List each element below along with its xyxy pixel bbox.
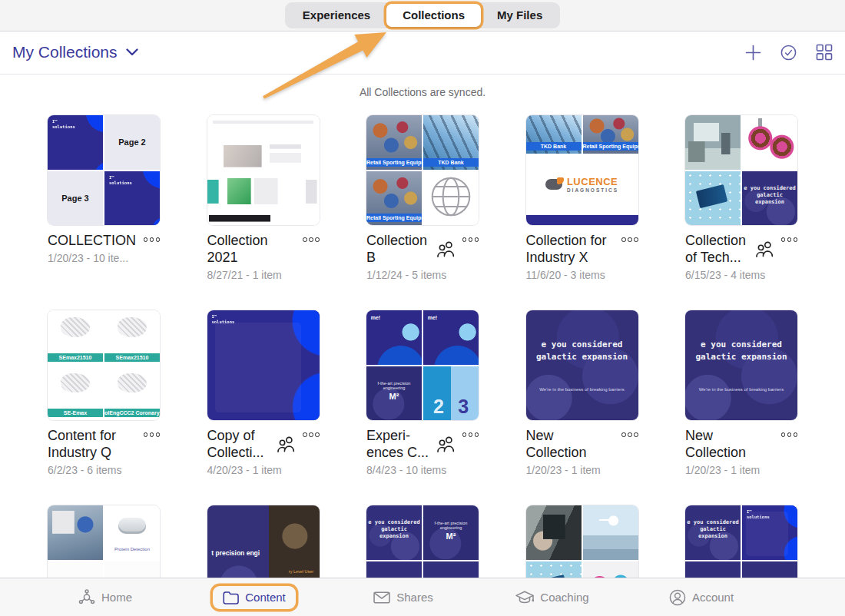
collection-card[interactable]: I™ solutionsCopy of Collecti...4/20/23 -…	[207, 310, 320, 476]
tile-label: TKD Bank	[423, 158, 479, 167]
bank-thumbnail-tile: TKD Bank	[423, 115, 479, 170]
more-options-button[interactable]	[303, 237, 320, 242]
more-options-button[interactable]	[781, 237, 798, 242]
collection-card[interactable]: I™ solutionsPage 2Page 3I™ solutionsCOLL…	[48, 115, 160, 281]
collection-card[interactable]: e you considered galactic expansionI™ so…	[685, 505, 797, 578]
collection-card[interactable]: me!me!f-the-art precision engineeringM²2…	[366, 310, 479, 476]
precision-thumbnail-tile: f-the-art precision engineeringM²	[423, 505, 479, 560]
collection-thumbnail[interactable]: I™ solutionsPage 2Page 3I™ solutions	[48, 115, 160, 225]
check-circle-icon[interactable]	[780, 44, 797, 61]
webpage-thumbnail-tile	[207, 115, 320, 225]
tile-label: me!	[428, 315, 437, 320]
collection-thumbnail[interactable]	[526, 505, 638, 578]
more-options-button[interactable]	[462, 237, 479, 242]
collection-meta: 1/12/24 - 5 items	[366, 269, 436, 281]
add-icon[interactable]	[745, 45, 761, 61]
more-options-button[interactable]	[462, 432, 479, 437]
more-options-dot	[156, 237, 161, 242]
more-options-button[interactable]	[303, 432, 320, 437]
lucence-logo-text: LUCENCE	[567, 177, 618, 187]
collection-meta: 1/20/23 - 1 item	[526, 464, 622, 476]
slide-logo-text: I™ solutions	[747, 509, 770, 520]
tile-sublabel: 3	[458, 396, 469, 418]
collection-thumbnail[interactable]: e you considered galactic expansionWe're…	[526, 310, 638, 420]
tab-my-files[interactable]: My Files	[481, 4, 558, 27]
collection-meta: 1/20/23 - 10 ite...	[48, 252, 144, 264]
more-options-button[interactable]	[144, 237, 161, 242]
lucence-logo-mark	[545, 179, 562, 190]
tab-shares[interactable]: Shares	[329, 586, 478, 608]
collection-card[interactable]: SEmax21510SEmax21510SE-EmaxolEngCCC2 Cor…	[48, 310, 160, 476]
collection-thumbnail[interactable]: SEmax21510SEmax21510SE-EmaxolEngCCC2 Cor…	[48, 310, 160, 420]
shared-people-icon	[436, 240, 456, 258]
medical-thumbnail-tile: SE-Emax	[48, 366, 103, 421]
person-circle-icon	[669, 589, 686, 606]
indigo-thumbnail-tile: I™ solutions	[104, 171, 160, 226]
collection-thumbnail[interactable]: Protein Detection	[48, 505, 160, 578]
collection-thumbnail[interactable]: TKD BankRetail Sporting EquipmentLUCENCE…	[526, 115, 638, 225]
collection-title: Experi- ences C...	[366, 427, 436, 461]
indigohero-thumbnail-tile: I™ solutions	[742, 505, 797, 560]
collection-thumbnail[interactable]	[207, 115, 320, 225]
collection-thumbnail[interactable]: me!me!f-the-art precision engineeringM²2…	[366, 310, 479, 420]
tile-label: e you considered galactic expansion	[742, 185, 797, 206]
collection-card[interactable]: Protein Detection	[48, 505, 160, 578]
collection-thumbnail[interactable]: e you considered galactic expansionWe're…	[685, 310, 797, 420]
more-options-dot	[621, 237, 626, 242]
collection-card[interactable]: Retail Sporting EquipmentTKD BankRetail …	[366, 115, 479, 281]
more-options-dot	[315, 237, 320, 242]
tile-label: Protein Detection	[104, 547, 160, 551]
collection-thumbnail[interactable]: e you considered galactic expansionI™ so…	[685, 505, 797, 578]
tile-sublabel: We're in the business of breaking barrie…	[526, 387, 638, 392]
more-options-button[interactable]	[621, 237, 638, 242]
tile-label: SEmax21510	[104, 353, 160, 362]
dualmoon-thumbnail-tile: t precision engiry Level User	[207, 505, 320, 578]
collection-card[interactable]: TKD BankRetail Sporting EquipmentLUCENCE…	[526, 115, 638, 281]
collection-thumbnail[interactable]: e you considered galactic expansionf-the…	[366, 505, 479, 578]
collection-card[interactable]: Collection 20218/27/21 - 1 item	[207, 115, 320, 281]
collection-thumbnail[interactable]: t precision engiry Level User	[207, 505, 320, 578]
collection-card[interactable]: e you considered galactic expansionWe're…	[685, 310, 797, 476]
more-options-dot	[309, 237, 313, 242]
tab-collections[interactable]: Collections	[386, 4, 481, 27]
tab-account[interactable]: Account	[627, 585, 776, 611]
more-options-button[interactable]	[144, 432, 161, 437]
collection-card[interactable]: e you considered galactic expansionf-the…	[366, 505, 479, 578]
slide-logo-text: I™ solutions	[52, 119, 75, 130]
globe-thumbnail-tile	[423, 171, 479, 226]
sync-status-text: All Collections are synced.	[0, 86, 845, 98]
tab-coaching[interactable]: Coaching	[478, 586, 627, 609]
more-options-dot	[781, 432, 786, 437]
collection-card[interactable]: e you considered galactic expansionColle…	[685, 115, 797, 281]
more-options-dot	[781, 237, 786, 242]
collection-title: Copy of Collecti...	[207, 427, 277, 461]
more-options-dot	[475, 432, 479, 437]
grid-view-icon[interactable]	[816, 44, 833, 61]
collection-title: COLLECTION	[48, 232, 144, 249]
tile-sublabel: M²	[366, 392, 422, 401]
white-thumbnail-tile	[104, 561, 160, 578]
galactic-thumbnail-tile	[685, 561, 741, 578]
tab-experiences[interactable]: Experiences	[287, 4, 386, 27]
tile-label: Page 3	[61, 194, 88, 203]
collection-thumbnail[interactable]: e you considered galactic expansion	[685, 115, 797, 225]
more-options-dot	[150, 432, 154, 437]
galactic-thumbnail-tile	[423, 561, 479, 578]
collection-card[interactable]: t precision engiry Level User	[207, 505, 320, 578]
more-options-dot	[634, 432, 638, 437]
white-thumbnail-tile	[48, 561, 103, 578]
collection-thumbnail[interactable]: Retail Sporting EquipmentTKD BankRetail …	[366, 115, 479, 225]
more-options-dot	[144, 237, 148, 242]
collection-thumbnail[interactable]: I™ solutions	[207, 310, 320, 420]
slide-logo-text: I™ solutions	[212, 314, 235, 325]
moon-thumbnail-tile: e you considered galactic expansionWe're…	[526, 310, 638, 420]
tab-label: Coaching	[540, 591, 588, 604]
more-options-dot	[303, 432, 307, 437]
more-options-button[interactable]	[781, 432, 798, 437]
collection-card[interactable]: e you considered galactic expansionWe're…	[526, 310, 638, 476]
tab-content[interactable]: Content	[180, 586, 329, 609]
more-options-button[interactable]	[621, 432, 638, 437]
tab-home[interactable]: Home	[31, 585, 180, 611]
collection-card[interactable]	[526, 505, 638, 578]
chevron-down-icon[interactable]	[126, 48, 138, 56]
